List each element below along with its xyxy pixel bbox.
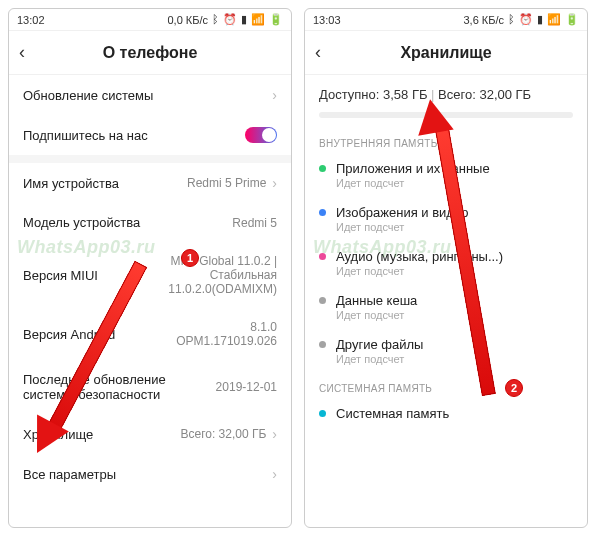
- row-subscribe[interactable]: Подпишитесь на нас: [9, 115, 291, 155]
- dot-icon: [319, 209, 326, 216]
- item-sub: Идет подсчет: [336, 265, 573, 277]
- label: Модель устройства: [23, 215, 232, 230]
- row-storage[interactable]: Хранилище Всего: 32,00 ГБ ›: [9, 414, 291, 454]
- item-sub: Идет подсчет: [336, 221, 573, 233]
- item-label: Системная память: [336, 406, 449, 421]
- section-system-memory: СИСТЕМНАЯ ПАМЯТЬ: [305, 373, 587, 398]
- storage-item[interactable]: Данные кешаИдет подсчет: [305, 285, 587, 329]
- row-security-update[interactable]: Последнее обновление системы безопасност…: [9, 360, 291, 414]
- alarm-icon: ⏰: [519, 14, 533, 25]
- storage-item[interactable]: Другие файлыИдет подсчет: [305, 329, 587, 373]
- item-label: Приложения и их данные: [336, 161, 490, 176]
- row-all-params[interactable]: Все параметры ›: [9, 454, 291, 494]
- dot-icon: [319, 165, 326, 172]
- status-time: 13:02: [17, 14, 45, 26]
- bluetooth-icon: ᛒ: [212, 14, 219, 25]
- storage-item[interactable]: Аудио (музыка, рингтоны...)Идет подсчет: [305, 241, 587, 285]
- value: 2019-12-01: [216, 380, 277, 394]
- wifi-icon: 📶: [547, 14, 561, 25]
- row-model[interactable]: Модель устройства Redmi 5: [9, 203, 291, 242]
- label: Хранилище: [23, 427, 180, 442]
- value: Redmi 5 Prime: [187, 176, 266, 190]
- total-label: Всего:: [438, 87, 476, 102]
- available-value: 3,58 ГБ: [383, 87, 427, 102]
- wifi-icon: 📶: [251, 14, 265, 25]
- item-label: Аудио (музыка, рингтоны...): [336, 249, 503, 264]
- storage-item[interactable]: Приложения и их данныеИдет подсчет: [305, 153, 587, 197]
- header: ‹ О телефоне: [9, 31, 291, 75]
- item-label: Данные кеша: [336, 293, 417, 308]
- status-net: 3,6 КБ/с: [463, 14, 504, 26]
- phone-storage: 13:03 3,6 КБ/с ᛒ ⏰ ▮ 📶 🔋 ‹ Хранилище Дос…: [304, 8, 588, 528]
- value: 8.1.0 OPM1.171019.026: [147, 320, 277, 348]
- signal-icon: ▮: [241, 14, 247, 25]
- row-miui-version[interactable]: Версия MIUI MIUI Global 11.0.2 | Стабиль…: [9, 242, 291, 308]
- status-net: 0,0 КБ/с: [167, 14, 208, 26]
- storage-bar: [319, 112, 573, 118]
- dot-icon: [319, 341, 326, 348]
- annotation-badge-2: 2: [505, 379, 523, 397]
- label: Все параметры: [23, 467, 266, 482]
- annotation-badge-1: 1: [181, 249, 199, 267]
- signal-icon: ▮: [537, 14, 543, 25]
- item-label: Изображения и видео: [336, 205, 468, 220]
- dot-icon: [319, 410, 326, 417]
- row-android-version[interactable]: Версия Android 8.1.0 OPM1.171019.026: [9, 308, 291, 360]
- label: Версия Android: [23, 327, 147, 342]
- section-internal-memory: ВНУТРЕННЯЯ ПАМЯТЬ: [305, 128, 587, 153]
- label: Обновление системы: [23, 88, 266, 103]
- back-button[interactable]: ‹: [19, 42, 25, 63]
- label: Имя устройства: [23, 176, 187, 191]
- status-time: 13:03: [313, 14, 341, 26]
- dot-icon: [319, 253, 326, 260]
- status-bar: 13:03 3,6 КБ/с ᛒ ⏰ ▮ 📶 🔋: [305, 9, 587, 31]
- item-sub: Идет подсчет: [336, 353, 573, 365]
- battery-icon: 🔋: [269, 14, 283, 25]
- value: Всего: 32,00 ГБ: [180, 427, 266, 441]
- back-button[interactable]: ‹: [315, 42, 321, 63]
- phone-about: 13:02 0,0 КБ/с ᛒ ⏰ ▮ 📶 🔋 ‹ О телефоне Об…: [8, 8, 292, 528]
- value: MIUI Global 11.0.2 | Стабильная 11.0.2.0…: [147, 254, 277, 296]
- social-toggle[interactable]: [245, 127, 277, 143]
- bluetooth-icon: ᛒ: [508, 14, 515, 25]
- separator: [9, 155, 291, 163]
- chevron-right-icon: ›: [272, 466, 277, 482]
- value: Redmi 5: [232, 216, 277, 230]
- storage-summary: Доступно: 3,58 ГБ | Всего: 32,00 ГБ: [305, 75, 587, 108]
- battery-icon: 🔋: [565, 14, 579, 25]
- item-sub: Идет подсчет: [336, 309, 573, 321]
- available-label: Доступно:: [319, 87, 379, 102]
- total-value: 32,00 ГБ: [479, 87, 531, 102]
- status-bar: 13:02 0,0 КБ/с ᛒ ⏰ ▮ 📶 🔋: [9, 9, 291, 31]
- item-label: Другие файлы: [336, 337, 423, 352]
- chevron-right-icon: ›: [272, 426, 277, 442]
- label: Подпишитесь на нас: [23, 128, 245, 143]
- alarm-icon: ⏰: [223, 14, 237, 25]
- page-title: О телефоне: [103, 44, 198, 62]
- page-title: Хранилище: [400, 44, 491, 62]
- storage-item[interactable]: Изображения и видеоИдет подсчет: [305, 197, 587, 241]
- dot-icon: [319, 297, 326, 304]
- label: Последнее обновление системы безопасност…: [23, 372, 216, 402]
- header: ‹ Хранилище: [305, 31, 587, 75]
- chevron-right-icon: ›: [272, 175, 277, 191]
- row-device-name[interactable]: Имя устройства Redmi 5 Prime ›: [9, 163, 291, 203]
- storage-item-system[interactable]: Системная память: [305, 398, 587, 429]
- row-system-update[interactable]: Обновление системы ›: [9, 75, 291, 115]
- chevron-right-icon: ›: [272, 87, 277, 103]
- label: Версия MIUI: [23, 268, 147, 283]
- item-sub: Идет подсчет: [336, 177, 573, 189]
